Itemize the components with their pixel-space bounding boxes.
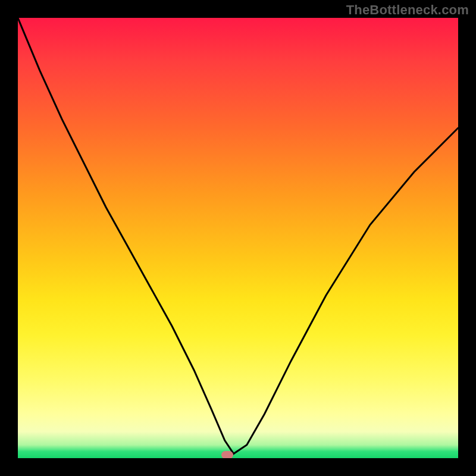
- minimum-marker: [221, 451, 233, 458]
- chart-frame: TheBottleneck.com: [0, 0, 476, 476]
- curve-path: [18, 18, 458, 454]
- plot-area: [18, 18, 458, 458]
- watermark-text: TheBottleneck.com: [346, 2, 469, 18]
- bottleneck-curve: [18, 18, 458, 458]
